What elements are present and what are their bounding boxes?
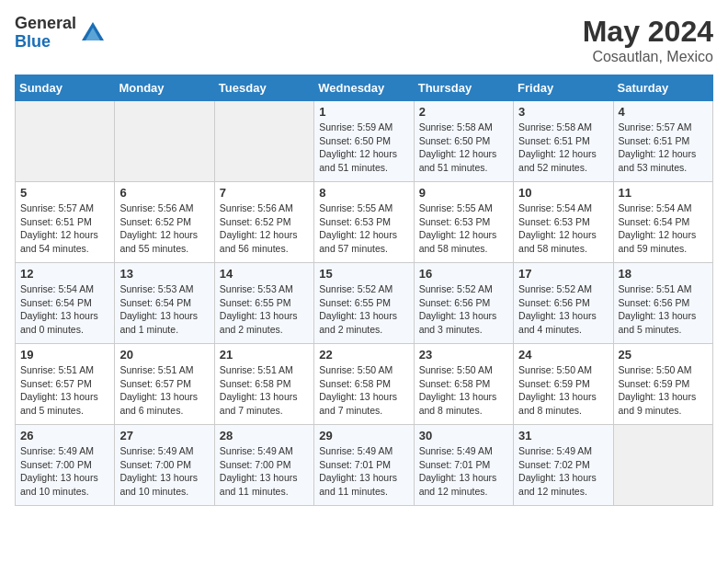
day-cell: 11Sunrise: 5:54 AMSunset: 6:54 PMDayligh… xyxy=(613,182,712,263)
day-cell: 29Sunrise: 5:49 AMSunset: 7:01 PMDayligh… xyxy=(314,425,414,506)
day-info: Sunrise: 5:49 AMSunset: 7:02 PMDaylight:… xyxy=(518,444,608,499)
day-info: Sunrise: 5:55 AMSunset: 6:53 PMDaylight:… xyxy=(319,201,408,256)
day-info: Sunrise: 5:54 AMSunset: 6:53 PMDaylight:… xyxy=(518,201,608,256)
day-info: Sunrise: 5:49 AMSunset: 7:01 PMDaylight:… xyxy=(319,444,408,499)
day-cell: 20Sunrise: 5:51 AMSunset: 6:57 PMDayligh… xyxy=(115,344,214,425)
column-header-saturday: Saturday xyxy=(613,75,712,101)
day-number: 17 xyxy=(518,267,608,281)
day-info: Sunrise: 5:58 AMSunset: 6:50 PMDaylight:… xyxy=(419,121,508,175)
day-info: Sunrise: 5:49 AMSunset: 7:00 PMDaylight:… xyxy=(220,444,309,499)
day-cell: 24Sunrise: 5:50 AMSunset: 6:59 PMDayligh… xyxy=(514,344,613,425)
day-cell: 16Sunrise: 5:52 AMSunset: 6:56 PMDayligh… xyxy=(414,263,513,344)
column-header-sunday: Sunday xyxy=(16,75,115,101)
day-info: Sunrise: 5:52 AMSunset: 6:55 PMDaylight:… xyxy=(319,282,408,337)
day-cell: 14Sunrise: 5:53 AMSunset: 6:55 PMDayligh… xyxy=(214,263,313,344)
column-header-tuesday: Tuesday xyxy=(214,75,313,101)
day-cell: 17Sunrise: 5:52 AMSunset: 6:56 PMDayligh… xyxy=(514,263,613,344)
day-cell: 25Sunrise: 5:50 AMSunset: 6:59 PMDayligh… xyxy=(613,344,712,425)
day-info: Sunrise: 5:56 AMSunset: 6:52 PMDaylight:… xyxy=(119,201,209,256)
day-number: 31 xyxy=(518,429,608,442)
day-info: Sunrise: 5:51 AMSunset: 6:57 PMDaylight:… xyxy=(119,363,209,418)
day-info: Sunrise: 5:52 AMSunset: 6:56 PMDaylight:… xyxy=(518,282,608,337)
day-cell: 26Sunrise: 5:49 AMSunset: 7:00 PMDayligh… xyxy=(16,425,115,506)
day-info: Sunrise: 5:54 AMSunset: 6:54 PMDaylight:… xyxy=(619,201,708,256)
day-info: Sunrise: 5:49 AMSunset: 7:00 PMDaylight:… xyxy=(119,444,209,499)
day-cell: 27Sunrise: 5:49 AMSunset: 7:00 PMDayligh… xyxy=(115,425,214,506)
week-row-4: 19Sunrise: 5:51 AMSunset: 6:57 PMDayligh… xyxy=(16,344,713,425)
day-info: Sunrise: 5:54 AMSunset: 6:54 PMDaylight:… xyxy=(20,282,109,337)
calendar-header-row: SundayMondayTuesdayWednesdayThursdayFrid… xyxy=(16,75,713,101)
day-number: 6 xyxy=(119,186,209,200)
day-cell: 1Sunrise: 5:59 AMSunset: 6:50 PMDaylight… xyxy=(314,101,414,182)
day-number: 26 xyxy=(20,429,109,442)
day-info: Sunrise: 5:49 AMSunset: 7:01 PMDaylight:… xyxy=(419,444,508,499)
day-cell: 6Sunrise: 5:56 AMSunset: 6:52 PMDaylight… xyxy=(115,182,214,263)
calendar-table: SundayMondayTuesdayWednesdayThursdayFrid… xyxy=(15,75,713,506)
day-number: 2 xyxy=(419,105,508,119)
column-header-friday: Friday xyxy=(514,75,613,101)
title-block: May 2024 Cosautlan, Mexico xyxy=(583,15,713,65)
day-cell: 22Sunrise: 5:50 AMSunset: 6:58 PMDayligh… xyxy=(314,344,414,425)
day-number: 24 xyxy=(518,348,608,362)
day-info: Sunrise: 5:50 AMSunset: 6:58 PMDaylight:… xyxy=(419,363,508,418)
week-row-5: 26Sunrise: 5:49 AMSunset: 7:00 PMDayligh… xyxy=(16,425,713,506)
day-info: Sunrise: 5:51 AMSunset: 6:58 PMDaylight:… xyxy=(220,363,309,418)
day-number: 20 xyxy=(119,348,209,362)
day-number: 30 xyxy=(419,429,508,442)
day-cell: 28Sunrise: 5:49 AMSunset: 7:00 PMDayligh… xyxy=(214,425,313,506)
day-info: Sunrise: 5:55 AMSunset: 6:53 PMDaylight:… xyxy=(419,201,508,256)
day-number: 23 xyxy=(419,348,508,362)
day-info: Sunrise: 5:53 AMSunset: 6:55 PMDaylight:… xyxy=(220,282,309,337)
day-number: 19 xyxy=(20,348,109,362)
page-header: General Blue May 2024 Cosautlan, Mexico xyxy=(15,15,713,65)
logo-blue: Blue xyxy=(15,33,76,52)
day-info: Sunrise: 5:52 AMSunset: 6:56 PMDaylight:… xyxy=(419,282,508,337)
column-header-wednesday: Wednesday xyxy=(314,75,414,101)
column-header-thursday: Thursday xyxy=(414,75,513,101)
column-header-monday: Monday xyxy=(115,75,214,101)
day-info: Sunrise: 5:59 AMSunset: 6:50 PMDaylight:… xyxy=(319,121,408,175)
day-cell: 23Sunrise: 5:50 AMSunset: 6:58 PMDayligh… xyxy=(414,344,513,425)
day-cell xyxy=(16,101,115,182)
calendar-body: 1Sunrise: 5:59 AMSunset: 6:50 PMDaylight… xyxy=(16,101,713,506)
logo: General Blue xyxy=(15,15,106,52)
day-info: Sunrise: 5:50 AMSunset: 6:59 PMDaylight:… xyxy=(619,363,708,418)
day-cell: 3Sunrise: 5:58 AMSunset: 6:51 PMDaylight… xyxy=(514,101,613,182)
logo-icon xyxy=(80,20,106,46)
day-number: 14 xyxy=(220,267,309,281)
day-cell: 13Sunrise: 5:53 AMSunset: 6:54 PMDayligh… xyxy=(115,263,214,344)
day-info: Sunrise: 5:57 AMSunset: 6:51 PMDaylight:… xyxy=(20,201,109,256)
day-number: 25 xyxy=(619,348,708,362)
day-number: 11 xyxy=(619,186,708,200)
day-number: 10 xyxy=(518,186,608,200)
day-number: 1 xyxy=(319,105,408,119)
day-cell: 8Sunrise: 5:55 AMSunset: 6:53 PMDaylight… xyxy=(314,182,414,263)
day-number: 28 xyxy=(220,429,309,442)
day-number: 12 xyxy=(20,267,109,281)
day-number: 5 xyxy=(20,186,109,200)
day-info: Sunrise: 5:50 AMSunset: 6:59 PMDaylight:… xyxy=(518,363,608,418)
day-cell: 2Sunrise: 5:58 AMSunset: 6:50 PMDaylight… xyxy=(414,101,513,182)
day-cell: 15Sunrise: 5:52 AMSunset: 6:55 PMDayligh… xyxy=(314,263,414,344)
day-cell: 7Sunrise: 5:56 AMSunset: 6:52 PMDaylight… xyxy=(214,182,313,263)
day-cell xyxy=(115,101,214,182)
day-info: Sunrise: 5:58 AMSunset: 6:51 PMDaylight:… xyxy=(518,121,608,175)
day-cell: 21Sunrise: 5:51 AMSunset: 6:58 PMDayligh… xyxy=(214,344,313,425)
day-info: Sunrise: 5:50 AMSunset: 6:58 PMDaylight:… xyxy=(319,363,408,418)
day-cell: 9Sunrise: 5:55 AMSunset: 6:53 PMDaylight… xyxy=(414,182,513,263)
day-number: 9 xyxy=(419,186,508,200)
day-number: 29 xyxy=(319,429,408,442)
logo-general: General xyxy=(15,15,76,33)
day-info: Sunrise: 5:51 AMSunset: 6:57 PMDaylight:… xyxy=(20,363,109,418)
day-cell: 12Sunrise: 5:54 AMSunset: 6:54 PMDayligh… xyxy=(16,263,115,344)
location-title: Cosautlan, Mexico xyxy=(583,49,713,65)
day-number: 7 xyxy=(220,186,309,200)
day-number: 27 xyxy=(119,429,209,442)
day-info: Sunrise: 5:56 AMSunset: 6:52 PMDaylight:… xyxy=(220,201,309,256)
day-cell: 19Sunrise: 5:51 AMSunset: 6:57 PMDayligh… xyxy=(16,344,115,425)
day-cell: 5Sunrise: 5:57 AMSunset: 6:51 PMDaylight… xyxy=(16,182,115,263)
day-cell: 18Sunrise: 5:51 AMSunset: 6:56 PMDayligh… xyxy=(613,263,712,344)
day-cell: 30Sunrise: 5:49 AMSunset: 7:01 PMDayligh… xyxy=(414,425,513,506)
day-cell xyxy=(613,425,712,506)
day-number: 15 xyxy=(319,267,408,281)
